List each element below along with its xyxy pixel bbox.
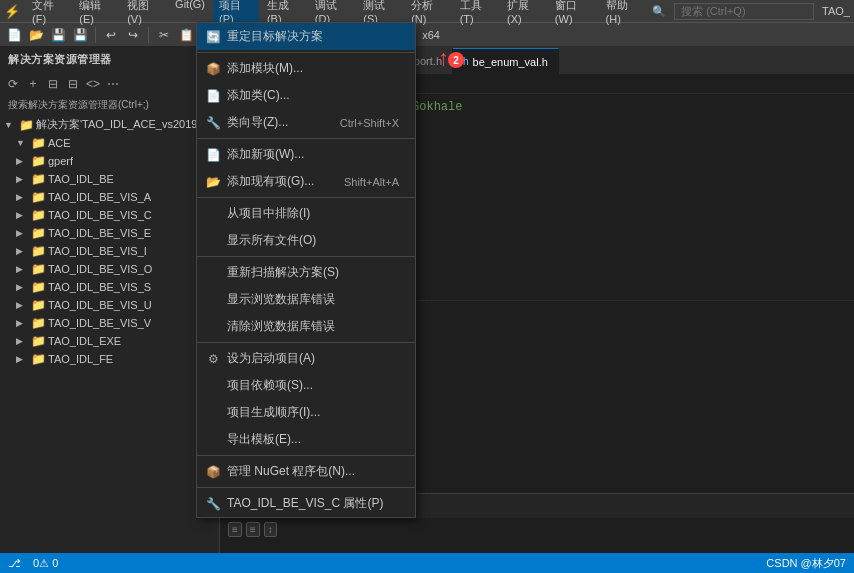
tab-be-enum[interactable]: h be_enum_val.h xyxy=(453,48,559,74)
tree-vis-i-label: TAO_IDL_BE_VIS_I xyxy=(48,245,147,257)
sidebar-collapse-btn[interactable]: ⊟ xyxy=(64,75,82,93)
toolbar: 📄 📂 💾 💾 ↩ ↪ ✂ 📋 ▶ 试器 自动 ▾ 🖼 🔧 ⬛ ⬛ x64 xyxy=(0,22,854,46)
toolbar-new[interactable]: 📄 xyxy=(4,25,24,45)
folder-icon: 📁 xyxy=(31,154,45,168)
tree-ace-label: ACE xyxy=(48,137,71,149)
toolbar-undo[interactable]: ↩ xyxy=(101,25,121,45)
menu-nuget[interactable]: 📦 管理 NuGet 程序包(N)... xyxy=(197,458,415,485)
menu-help[interactable]: 帮助(H) xyxy=(600,0,646,27)
toolbar-redo[interactable]: ↪ xyxy=(123,25,143,45)
sidebar-sync-btn[interactable]: ⟳ xyxy=(4,75,22,93)
sidebar-search-hint: 搜索解决方案资源管理器(Ctrl+;) xyxy=(0,95,219,115)
sidebar-item-gperf[interactable]: ▶ 📁 gperf xyxy=(0,152,219,170)
menu-properties[interactable]: 🔧 TAO_IDL_BE_VIS_C 属性(P) xyxy=(197,490,415,517)
folder-icon: 📁 xyxy=(31,190,45,204)
menu-divider-3 xyxy=(197,197,415,198)
menu-retarget[interactable]: 🔄 重定目标解决方案 xyxy=(197,23,415,50)
menu-show-browse-errors[interactable]: 显示浏览数据库错误 xyxy=(197,286,415,313)
tree-vis-u-label: TAO_IDL_BE_VIS_U xyxy=(48,299,152,311)
expand-icon: ▶ xyxy=(16,156,28,166)
menu-divider-6 xyxy=(197,455,415,456)
sidebar-item-vis-s[interactable]: ▶ 📁 TAO_IDL_BE_VIS_S xyxy=(0,278,219,296)
tree-view: ▼ 📁 解决方案'TAO_IDL_ACE_vs2019'(13 个... ▼ 📁… xyxy=(0,115,219,573)
sidebar-item-idl-be[interactable]: ▶ 📁 TAO_IDL_BE xyxy=(0,170,219,188)
sidebar-code-btn[interactable]: <> xyxy=(84,75,102,93)
sidebar-item-vis-i[interactable]: ▶ 📁 TAO_IDL_BE_VIS_I xyxy=(0,242,219,260)
sidebar-item-vis-a[interactable]: ▶ 📁 TAO_IDL_BE_VIS_A xyxy=(0,188,219,206)
menu-build-order[interactable]: 项目生成顺序(I)... xyxy=(197,399,415,426)
menu-view[interactable]: 视图(V) xyxy=(121,0,167,27)
menu-edit[interactable]: 编辑(E) xyxy=(73,0,119,27)
sidebar-item-vis-e[interactable]: ▶ 📁 TAO_IDL_BE_VIS_E xyxy=(0,224,219,242)
expand-icon: ▶ xyxy=(16,246,28,256)
panel-btn-2[interactable]: ≡ xyxy=(246,522,260,537)
menu-project-deps[interactable]: 项目依赖项(S)... xyxy=(197,372,415,399)
menu-exclude[interactable]: 从项目中排除(I) xyxy=(197,200,415,227)
user-label: TAO_ xyxy=(822,5,850,17)
search-input[interactable] xyxy=(674,3,814,20)
menu-extensions[interactable]: 扩展(X) xyxy=(501,0,547,27)
toolbar-copy[interactable]: 📋 xyxy=(176,25,196,45)
expand-icon: ▶ xyxy=(16,174,28,184)
folder-icon: 📁 xyxy=(31,172,45,186)
menu-add-existing[interactable]: 📂 添加现有项(G)... Shift+Alt+A xyxy=(197,168,415,195)
add-existing-icon: 📂 xyxy=(205,175,221,189)
menu-window[interactable]: 窗口(W) xyxy=(549,0,598,27)
expand-icon: ▶ xyxy=(16,336,28,346)
menu-show-all[interactable]: 显示所有文件(O) xyxy=(197,227,415,254)
sidebar-item-vis-u[interactable]: ▶ 📁 TAO_IDL_BE_VIS_U xyxy=(0,296,219,314)
menu-clear-browse-errors[interactable]: 清除浏览数据库错误 xyxy=(197,313,415,340)
sidebar-item-exe[interactable]: ▶ 📁 TAO_IDL_EXE xyxy=(0,332,219,350)
panel-btn-3[interactable]: ↕ xyxy=(264,522,277,537)
tree-vis-e-label: TAO_IDL_BE_VIS_E xyxy=(48,227,151,239)
tree-gperf-label: gperf xyxy=(48,155,73,167)
toolbar-cut[interactable]: ✂ xyxy=(154,25,174,45)
menu-class-wizard[interactable]: 🔧 类向导(Z)... Ctrl+Shift+X xyxy=(197,109,415,136)
sidebar-add-btn[interactable]: + xyxy=(24,75,42,93)
sidebar-item-ace[interactable]: ▼ 📁 ACE xyxy=(0,134,219,152)
expand-icon: ▶ xyxy=(16,318,28,328)
menu-add-module[interactable]: 📦 添加模块(M)... xyxy=(197,55,415,82)
tree-exe-label: TAO_IDL_EXE xyxy=(48,335,121,347)
tree-root-label: 解决方案'TAO_IDL_ACE_vs2019'(13 个... xyxy=(36,117,215,132)
expand-icon: ▼ xyxy=(16,138,28,148)
expand-icon: ▶ xyxy=(16,264,28,274)
menu-set-startup[interactable]: ⚙ 设为启动项目(A) xyxy=(197,345,415,372)
menu-add-new[interactable]: 📄 添加新项(W)... xyxy=(197,141,415,168)
folder-icon: 📁 xyxy=(31,262,45,276)
sidebar-filter-btn[interactable]: ⊟ xyxy=(44,75,62,93)
panel-btn-1[interactable]: ≡ xyxy=(228,522,242,537)
expand-icon: ▼ xyxy=(4,120,16,130)
toolbar-save-all[interactable]: 💾 xyxy=(48,25,68,45)
nuget-icon: 📦 xyxy=(205,465,221,479)
sidebar-more-btn[interactable]: ⋯ xyxy=(104,75,122,93)
status-bar: ⎇ 0⚠ 0 CSDN @林夕07 xyxy=(0,553,854,573)
sidebar-item-vis-o[interactable]: ▶ 📁 TAO_IDL_BE_VIS_O xyxy=(0,260,219,278)
app-icon: ⚡ xyxy=(4,4,20,19)
sidebar-item-fe[interactable]: ▶ 📁 TAO_IDL_FE xyxy=(0,350,219,368)
folder-icon: 📁 xyxy=(31,352,45,366)
menu-file[interactable]: 文件(F) xyxy=(26,0,71,27)
git-icon: ⎇ xyxy=(8,557,21,570)
sidebar: 解决方案资源管理器 ⟳ + ⊟ ⊟ <> ⋯ 搜索解决方案资源管理器(Ctrl+… xyxy=(0,46,220,573)
toolbar-platform[interactable]: x64 xyxy=(421,25,441,45)
menu-divider-5 xyxy=(197,342,415,343)
tree-vis-a-label: TAO_IDL_BE_VIS_A xyxy=(48,191,151,203)
add-existing-shortcut: Shift+Alt+A xyxy=(344,176,399,188)
sidebar-item-vis-c[interactable]: ▶ 📁 TAO_IDL_BE_VIS_C xyxy=(0,206,219,224)
sidebar-item-vis-v[interactable]: ▶ 📁 TAO_IDL_BE_VIS_V xyxy=(0,314,219,332)
menu-tools[interactable]: 工具(T) xyxy=(454,0,499,27)
menu-divider-1 xyxy=(197,52,415,53)
folder-icon: 📁 xyxy=(31,208,45,222)
add-new-icon: 📄 xyxy=(205,148,221,162)
search-icon: 🔍 xyxy=(652,5,666,18)
file-icon: h xyxy=(463,56,469,67)
sidebar-item-root[interactable]: ▼ 📁 解决方案'TAO_IDL_ACE_vs2019'(13 个... xyxy=(0,115,219,134)
menu-divider-2 xyxy=(197,138,415,139)
menu-rescan[interactable]: 重新扫描解决方案(S) xyxy=(197,259,415,286)
menu-add-class[interactable]: 📄 添加类(C)... xyxy=(197,82,415,109)
toolbar-save[interactable]: 💾 xyxy=(70,25,90,45)
folder-icon: 📁 xyxy=(31,226,45,240)
menu-export-template[interactable]: 导出模板(E)... xyxy=(197,426,415,453)
toolbar-open[interactable]: 📂 xyxy=(26,25,46,45)
